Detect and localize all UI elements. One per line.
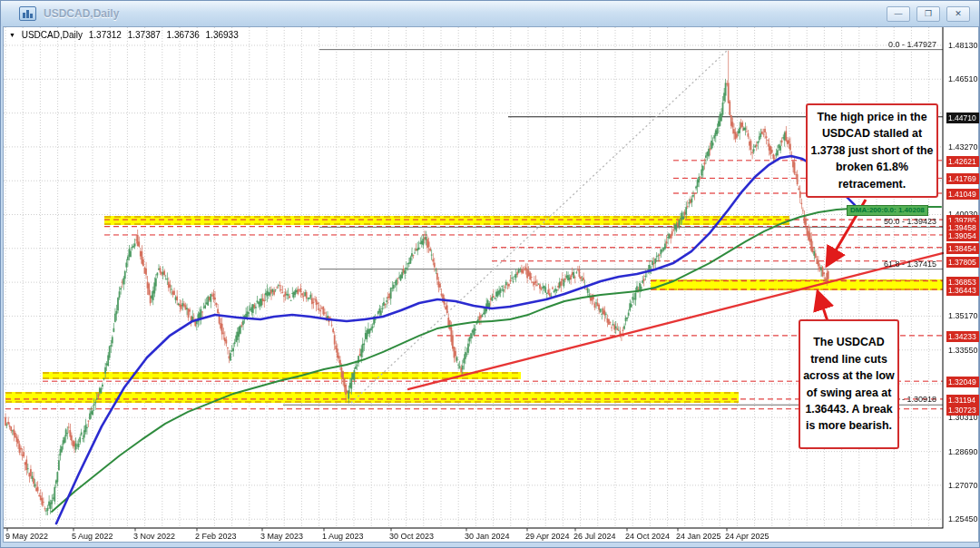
price-tick-label: 1.27070: [948, 481, 978, 490]
date-tick-label: 24 Oct 2024: [625, 532, 670, 541]
minimize-button[interactable]: —: [887, 6, 910, 22]
price-tick-label: 1.25450: [948, 514, 978, 524]
price-level-badge: 1.39054: [946, 230, 980, 241]
window-title: USDCAD,Daily: [44, 7, 119, 20]
open-value: 1.37312: [89, 30, 122, 40]
date-tick-label: 30 Jan 2024: [465, 532, 510, 541]
close-value: 1.36933: [206, 30, 239, 40]
price-tick-label: 1.46510: [948, 74, 978, 83]
minimize-icon: —: [895, 9, 903, 18]
annotation-box-trendline[interactable]: The USDCAD trend line cuts across at the…: [799, 319, 899, 449]
price-level-badge: 1.42621: [946, 156, 980, 167]
date-tick-label: 3 May 2023: [260, 532, 303, 541]
fib-level-label: 0.0 - 1.47927: [888, 40, 936, 49]
price-tick-label: 1.33550: [948, 346, 978, 355]
fib-level-label: 50.0 - 1.39423: [884, 217, 936, 226]
date-tick-label: 30 Oct 2023: [389, 532, 434, 541]
price-level-badge: 1.38454: [946, 243, 980, 254]
symbol-timeframe-label: USDCAD,Daily: [22, 30, 83, 40]
price-level-badge: 1.41769: [946, 173, 980, 184]
close-button[interactable]: ✕: [946, 6, 970, 22]
annotation-box-high[interactable]: The high price in the USDCAD stalled at …: [806, 103, 938, 198]
close-icon: ✕: [955, 9, 962, 18]
price-level-badge: 1.44710: [946, 113, 980, 123]
red-arrow-to-trendline[interactable]: [818, 291, 828, 321]
date-tick-label: 5 Aug 2022: [72, 532, 113, 541]
restore-icon: ❐: [925, 9, 932, 18]
date-tick-label: 9 May 2022: [5, 532, 48, 541]
price-level-badge: 1.36443: [946, 285, 980, 296]
restore-button[interactable]: ❐: [916, 6, 940, 22]
price-tick-label: 1.35170: [948, 311, 978, 320]
date-tick-label: 29 Apr 2024: [525, 532, 570, 541]
date-tick-label: 24 Apr 2025: [725, 532, 769, 541]
date-tick-label: 24 Jan 2025: [676, 532, 721, 541]
price-tick-label: 1.48130: [948, 41, 978, 50]
price-tick-label: 1.43270: [948, 142, 978, 152]
low-value: 1.36736: [167, 30, 200, 40]
high-value: 1.37387: [128, 30, 161, 40]
date-tick-label: 26 Jul 2024: [573, 532, 616, 541]
ma-level-label: DMA:200:0.0: 1.40208: [847, 205, 928, 216]
ohlc-header: ▼ USDCAD,Daily 1.37312 1.37387 1.36736 1…: [9, 30, 242, 40]
price-level-badge: 1.34233: [946, 331, 980, 342]
date-tick-label: 2 Feb 2023: [195, 532, 237, 541]
chart-icon: [19, 6, 36, 21]
annotation-text: The high price in the USDCAD stalled at …: [810, 109, 934, 192]
price-level-badge: 1.41049: [946, 189, 980, 200]
chart-area: ▼ USDCAD,Daily 1.37312 1.37387 1.36736 1…: [3, 26, 979, 543]
price-level-badge: 1.30723: [946, 405, 980, 416]
fib-level-label: 61.8 - 1.37415: [884, 259, 936, 269]
date-tick-label: 3 Nov 2022: [133, 532, 175, 541]
price-tick-label: 1.28690: [948, 447, 978, 456]
symbol-dropdown-icon[interactable]: ▼: [9, 32, 15, 38]
date-tick-label: 1 Aug 2023: [322, 532, 364, 541]
annotation-text: The USDCAD trend line cuts across at the…: [803, 334, 895, 434]
price-level-badge: 1.32049: [946, 377, 980, 387]
price-level-badge: 1.37805: [946, 257, 980, 268]
window-titlebar: USDCAD,Daily — ❐ ✕: [1, 1, 979, 26]
mt4-chart-window: USDCAD,Daily — ❐ ✕ ▼ USDCAD,Daily 1.3731…: [0, 0, 980, 548]
